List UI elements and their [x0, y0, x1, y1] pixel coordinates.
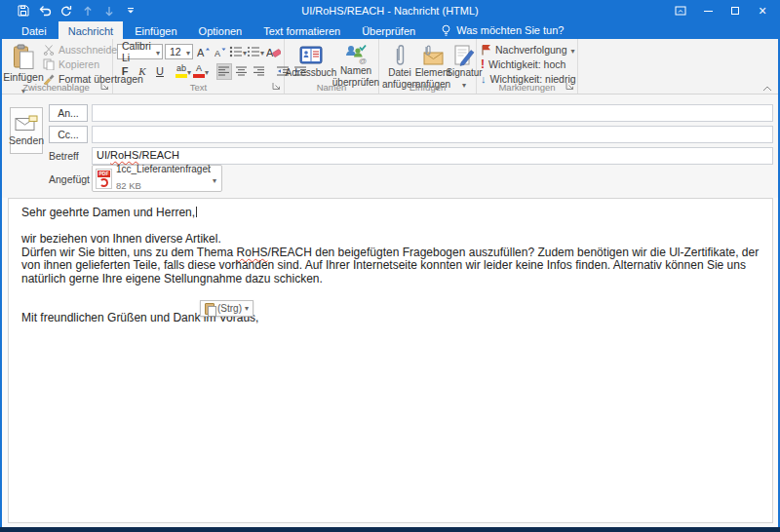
- to-input[interactable]: [92, 104, 773, 122]
- qat-customize-icon: [127, 7, 135, 15]
- message-body[interactable]: Sehr geehrte Damen und Herren, wir bezie…: [8, 198, 773, 523]
- attach-file-button[interactable]: Datei anfügen: [383, 42, 416, 81]
- move-up-button[interactable]: [78, 2, 98, 19]
- send-label: Senden: [9, 134, 44, 146]
- address-book-icon: [299, 44, 323, 67]
- group-markierungen: Nachverfolgung ! Wichtigkeit: hoch ↓ Wic…: [477, 39, 578, 94]
- tab-einfuegen[interactable]: Einfügen: [125, 21, 186, 39]
- maximize-button[interactable]: [722, 0, 749, 21]
- copy-icon: [43, 58, 55, 70]
- font-size-value: 12: [170, 46, 181, 57]
- save-button[interactable]: [14, 2, 33, 19]
- text-cursor: [196, 207, 197, 217]
- tags-dialog-launcher[interactable]: [566, 82, 575, 92]
- grow-font-icon: A: [197, 46, 210, 58]
- cc-input[interactable]: [92, 126, 773, 143]
- copy-label: Kopieren: [58, 58, 99, 70]
- paste-options-button[interactable]: (Strg): [200, 300, 254, 317]
- align-left-button[interactable]: [216, 63, 232, 80]
- attachment-size: 82 KB: [116, 180, 141, 191]
- paste-button[interactable]: Einfügen: [4, 42, 43, 81]
- ribbon-display-options-icon: [675, 5, 686, 17]
- subject-row: Betreff UI/RoHS/REACH: [49, 147, 773, 165]
- address-book-button[interactable]: Adressbuch: [289, 42, 333, 81]
- tab-text-formatieren[interactable]: Text formatieren: [254, 21, 350, 39]
- chevron-down-icon: [186, 46, 190, 57]
- paperclip-icon: [394, 44, 406, 67]
- svg-text:A: A: [197, 47, 205, 58]
- font-name-select[interactable]: Calibri Li: [117, 44, 163, 59]
- subject-input[interactable]: UI/RoHS/REACH: [92, 147, 773, 165]
- align-right-button[interactable]: [252, 63, 267, 80]
- signature-button[interactable]: Signatur: [449, 42, 479, 81]
- window-border-left: [0, 0, 2, 532]
- body-closing: Mit freundlichen Grüßen und Dank im Vora…: [21, 312, 762, 325]
- attachment-chip[interactable]: PDF 1cc_Lieferantenfrageb... 82 KB: [92, 165, 222, 192]
- to-row: An...: [49, 104, 773, 122]
- font-name-value: Calibri Li: [122, 40, 156, 63]
- underline-button[interactable]: U: [152, 63, 168, 80]
- follow-up-button[interactable]: Nachverfolgung: [481, 43, 574, 57]
- group-label-namen: Namen: [285, 82, 378, 93]
- chevron-down-icon: [156, 46, 160, 57]
- tab-optionen[interactable]: Optionen: [189, 21, 253, 39]
- italic-button[interactable]: K: [135, 63, 150, 80]
- attach-item-button[interactable]: Element anfügen: [416, 42, 449, 81]
- send-envelope-icon: [15, 115, 38, 132]
- attachment-meta: 1cc_Lieferantenfrageb... 82 KB: [116, 164, 211, 193]
- font-size-select[interactable]: 12: [165, 44, 193, 59]
- check-names-button[interactable]: @ Namen überprüfen: [333, 42, 378, 81]
- titlebar: UI/RoHS/REACH - Nachricht (HTML): [0, 0, 780, 21]
- ribbon-tab-row: Datei Nachricht Einfügen Optionen Text f…: [0, 21, 780, 39]
- tab-ueberpruefen[interactable]: Überprüfen: [352, 21, 425, 39]
- align-center-button[interactable]: [234, 63, 250, 80]
- to-button[interactable]: An...: [49, 104, 88, 122]
- italic-label: K: [138, 65, 145, 77]
- close-button[interactable]: [749, 0, 776, 21]
- send-button[interactable]: Senden: [10, 107, 43, 154]
- down-arrow-icon: [104, 6, 114, 17]
- font-color-button[interactable]: A: [193, 63, 209, 80]
- chevron-down-icon: [187, 65, 191, 77]
- clipboard-dialog-launcher[interactable]: [100, 82, 110, 92]
- move-down-button[interactable]: [99, 2, 119, 19]
- group-einfuegen: Datei anfügen Element anfügen Signatur E…: [379, 39, 477, 94]
- check-names-icon: @: [344, 44, 368, 65]
- body-greeting: Sehr geehrte Damen und Herren,: [21, 206, 195, 219]
- redo-button[interactable]: [57, 2, 76, 19]
- flag-icon: [481, 44, 491, 56]
- group-label-einfuegen: Einfügen: [379, 82, 476, 93]
- tab-nachricht[interactable]: Nachricht: [58, 21, 123, 39]
- qat-customize-button[interactable]: [121, 2, 140, 19]
- tell-me-search[interactable]: Was möchten Sie tun?: [441, 21, 564, 39]
- minimize-button[interactable]: [694, 0, 722, 21]
- shrink-font-button[interactable]: A: [213, 44, 228, 60]
- highlight-button[interactable]: ab: [176, 63, 191, 80]
- pdf-file-icon: PDF: [96, 169, 112, 189]
- compose-header: Senden An... Cc... Betreff UI/RoHS/REACH…: [0, 95, 780, 198]
- scissors-icon: [43, 44, 55, 56]
- high-importance-button[interactable]: ! Wichtigkeit: hoch: [481, 57, 574, 71]
- undo-icon: [38, 5, 52, 17]
- bold-button[interactable]: F: [117, 63, 133, 80]
- numbering-button[interactable]: [248, 44, 263, 60]
- clear-formatting-button[interactable]: A: [265, 44, 281, 60]
- font-color-icon: A: [193, 64, 205, 78]
- chevron-down-icon: [571, 44, 575, 56]
- minimize-icon: [704, 11, 713, 12]
- undo-button[interactable]: [35, 2, 55, 19]
- window-controls: [667, 0, 776, 21]
- tab-datei[interactable]: Datei: [12, 21, 57, 39]
- cc-button[interactable]: Cc...: [49, 126, 88, 143]
- chevron-down-icon: [205, 65, 209, 77]
- ribbon: Einfügen Ausschneiden Kopieren Format üb…: [0, 39, 780, 95]
- ribbon-display-options-button[interactable]: [667, 0, 694, 21]
- chevron-down-icon: [245, 301, 249, 316]
- attachment-dropdown-icon[interactable]: [211, 170, 218, 187]
- grow-font-button[interactable]: A: [195, 44, 211, 60]
- bold-label: F: [122, 65, 129, 77]
- clear-formatting-icon: A: [266, 46, 281, 58]
- text-dialog-launcher[interactable]: [272, 82, 282, 92]
- collapse-ribbon-button[interactable]: [762, 86, 772, 92]
- bullets-button[interactable]: [230, 44, 246, 60]
